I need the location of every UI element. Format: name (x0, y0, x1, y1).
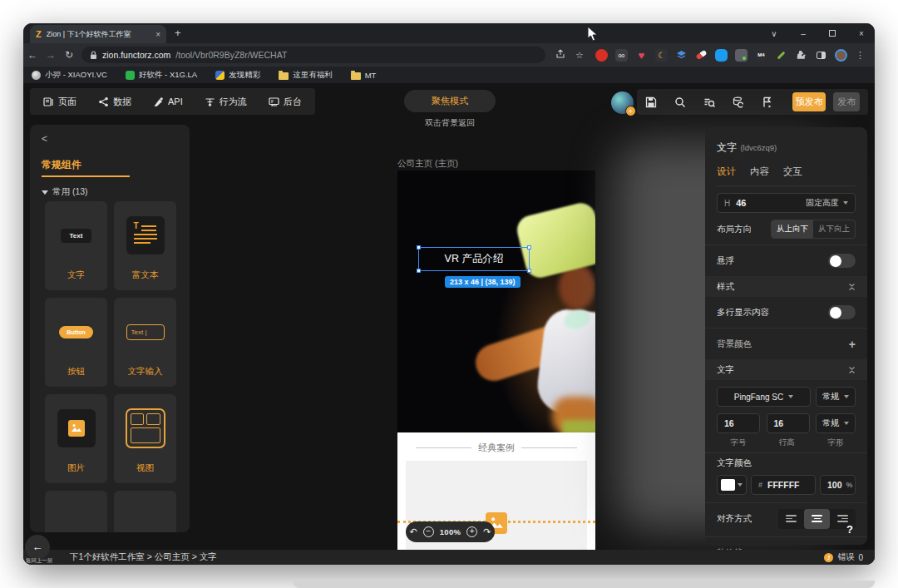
ext-grid-icon[interactable] (735, 49, 748, 62)
search-icon[interactable] (674, 96, 686, 108)
window-minimize-button[interactable]: – (798, 29, 808, 38)
browser-reload-button[interactable]: ↻ (60, 49, 78, 61)
user-avatar[interactable]: + (611, 91, 634, 114)
add-bg-color-button[interactable]: + (849, 338, 856, 351)
font-shape-dropdown[interactable]: 常规 (816, 413, 856, 433)
font-family-dropdown[interactable]: PingFang SC (717, 387, 811, 407)
ext-heart-icon[interactable]: ♥ (635, 49, 648, 62)
back-up-level-button[interactable]: ← (25, 535, 50, 560)
error-status[interactable]: ! 错误 0 (824, 551, 863, 563)
ext-moon-icon[interactable]: ☾ (655, 49, 668, 62)
new-tab-button[interactable]: + (175, 27, 181, 40)
nav-pages[interactable]: 页面 (43, 96, 76, 108)
style-section-label: 样式 (717, 281, 734, 293)
bookmark-star-icon[interactable]: ☆ (575, 50, 584, 61)
profile-avatar-icon[interactable] (835, 49, 847, 62)
opacity-input[interactable]: 100% (820, 475, 856, 495)
component-card-richtext[interactable]: T 富文本 (114, 201, 176, 290)
bookmark-green-icon (126, 71, 135, 80)
help-button[interactable]: ? (846, 523, 853, 536)
browser-menu-icon[interactable]: ⋮ (856, 50, 865, 61)
phone-canvas[interactable]: VR 产品介绍 213 x 46 | (38, 139) 经典案例 ↶ − 10… (397, 170, 595, 551)
side-panel-icon[interactable] (815, 49, 827, 62)
tab-design[interactable]: 设计 (717, 166, 736, 178)
text-align-group (778, 509, 856, 529)
ext-m4-icon[interactable]: M4 (755, 49, 767, 62)
option-bottom-up[interactable]: 从下向上 (813, 220, 855, 238)
data-sync-icon[interactable] (733, 96, 744, 108)
floating-toggle[interactable] (828, 254, 856, 268)
nav-backend[interactable]: 后台 (269, 96, 302, 108)
component-group-header[interactable]: 常用 (13) (42, 186, 88, 198)
resize-handle[interactable] (417, 245, 421, 250)
text-color-swatch[interactable] (717, 475, 747, 495)
bookmark-item[interactable]: MT (351, 71, 377, 80)
browser-tab[interactable]: Z Zion | 下1个好软件工作室 × (30, 25, 166, 43)
resize-handle[interactable] (417, 269, 421, 273)
component-card-button[interactable]: Button 按钮 (45, 298, 107, 387)
line-height-input[interactable]: 16 (767, 413, 810, 433)
tab-content[interactable]: 内容 (750, 166, 769, 178)
nav-api[interactable]: API (153, 96, 183, 107)
redo-icon[interactable]: ↷ (483, 527, 491, 536)
ext-capsule-icon[interactable] (695, 49, 708, 62)
pre-publish-button[interactable]: 预发布 (792, 92, 826, 111)
ext-layers-icon[interactable] (675, 49, 688, 62)
align-center-button[interactable] (804, 509, 830, 529)
component-card-textinput[interactable]: Text | 文字输入 (114, 298, 176, 387)
text-section-header[interactable]: 文字 (705, 359, 867, 380)
selected-text-element[interactable]: VR 产品介绍 (418, 247, 530, 271)
window-close-button[interactable]: × (856, 29, 866, 38)
bookmark-item[interactable]: 发现精彩 (215, 70, 260, 81)
undo-icon[interactable]: ↶ (410, 527, 417, 536)
hex-color-input[interactable]: #FFFFFF (751, 475, 816, 495)
font-weight-dropdown[interactable]: 常规 (816, 387, 856, 407)
zoom-in-button[interactable]: + (466, 526, 477, 537)
font-size-input[interactable]: 16 (717, 413, 760, 433)
ext-blue-icon[interactable] (715, 49, 728, 62)
align-left-button[interactable] (778, 509, 804, 529)
component-card-image[interactable]: 图片 (45, 394, 107, 483)
save-icon[interactable] (645, 96, 657, 108)
ext-oo-icon[interactable]: oo (615, 49, 628, 62)
lock-icon (90, 51, 97, 60)
component-panel-title[interactable]: 常规组件 (42, 158, 81, 172)
component-card-view[interactable]: 视图 (114, 394, 176, 483)
component-card-partial[interactable] (114, 491, 176, 532)
browser-forward-button[interactable]: → (42, 49, 60, 61)
panel-collapse-icon[interactable]: < (42, 133, 47, 145)
tab-interaction[interactable]: 交互 (783, 166, 802, 178)
ext-red-hand-icon[interactable] (595, 49, 608, 62)
style-section-header[interactable]: 样式 (705, 276, 867, 297)
option-top-down[interactable]: 从上向下 (772, 220, 813, 238)
chevron-down-icon (844, 422, 849, 425)
zoom-out-button[interactable]: − (423, 526, 434, 537)
breadcrumb[interactable]: 下1个好软件工作室 > 公司主页 > 文字 (70, 551, 217, 563)
focus-mode-button[interactable]: 聚焦模式 (404, 90, 496, 112)
ext-link-icon[interactable] (775, 49, 787, 62)
share-icon[interactable] (555, 49, 565, 61)
browser-back-button[interactable]: ← (23, 49, 42, 61)
height-mode-dropdown[interactable]: 固定高度 (806, 197, 848, 209)
resize-handle[interactable] (527, 245, 531, 250)
url-bar[interactable]: zion.functorz.com/tool/Vbr0R9ByZ8r/WECHA… (81, 47, 545, 63)
nav-data[interactable]: 数据 (98, 96, 131, 108)
inspector-tabs: 设计 内容 交互 (717, 166, 856, 186)
component-card-partial[interactable] (45, 491, 107, 532)
height-input[interactable]: H 46 固定高度 (717, 193, 856, 213)
export-icon[interactable] (762, 96, 773, 108)
extensions-puzzle-icon[interactable] (795, 49, 807, 62)
font-shape-value: 常规 (822, 418, 839, 429)
tab-close-icon[interactable]: × (155, 30, 160, 39)
bookmark-item[interactable]: 小羿 - XIAOYI.VC (32, 70, 107, 81)
bookmark-item[interactable]: 这里有福利 (279, 70, 333, 81)
resize-handle[interactable] (527, 269, 531, 273)
bookmark-item[interactable]: 好软件 - X1G.LA (126, 70, 197, 81)
window-maximize-button[interactable] (829, 30, 836, 37)
debug-search-icon[interactable] (703, 96, 715, 108)
window-chevron-icon[interactable]: ∨ (769, 29, 779, 38)
component-card-text[interactable]: Text 文字 (45, 201, 107, 290)
multiline-toggle[interactable] (828, 305, 856, 319)
publish-button[interactable]: 发布 (833, 92, 860, 111)
nav-behavior-flow[interactable]: 行为流 (205, 96, 247, 108)
